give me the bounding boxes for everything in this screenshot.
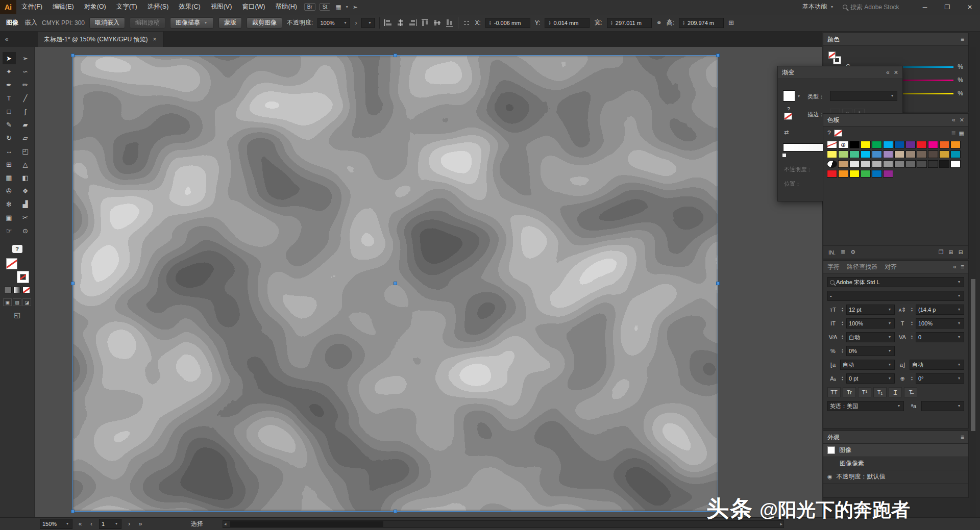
swatch[interactable] xyxy=(861,150,871,158)
stock-search[interactable] xyxy=(843,4,910,11)
swatch[interactable] xyxy=(849,170,860,178)
proportional-spacing-field[interactable]: 0% xyxy=(846,346,895,356)
tab-close-icon[interactable] xyxy=(153,36,157,43)
rotate-tool[interactable] xyxy=(3,132,16,144)
stepper[interactable] xyxy=(840,376,845,381)
character-rotation-field[interactable]: 0° xyxy=(916,373,964,384)
collapse-icon[interactable] xyxy=(886,69,890,76)
column-graph-tool[interactable] xyxy=(19,198,32,210)
leading-field[interactable]: (14.4 p xyxy=(916,305,964,315)
screen-mode-icon[interactable] xyxy=(14,311,20,319)
type-style-toggle[interactable]: Tr xyxy=(843,387,856,397)
swatch[interactable] xyxy=(849,160,860,168)
gradient-button[interactable] xyxy=(13,287,21,293)
swatch-options-icon[interactable] xyxy=(850,249,855,256)
swatch[interactable] xyxy=(849,150,860,158)
swatch[interactable] xyxy=(950,160,961,168)
previous-artboard-icon[interactable] xyxy=(88,520,95,527)
swatch[interactable] xyxy=(883,170,893,178)
swatch[interactable] xyxy=(827,160,837,168)
swatch[interactable] xyxy=(905,141,916,148)
width-field[interactable]: 297.011 m xyxy=(607,18,652,28)
swatch[interactable] xyxy=(861,141,871,148)
vertical-scrollbar[interactable] xyxy=(970,47,976,517)
color-button[interactable] xyxy=(4,287,12,293)
horizontal-scale-field[interactable]: 100% xyxy=(916,318,964,329)
collapse-toolbar-icon[interactable] xyxy=(5,36,9,43)
search-input[interactable] xyxy=(850,4,910,11)
align-left-icon[interactable] xyxy=(384,19,392,26)
workspace-switcher[interactable]: 基本功能 xyxy=(802,3,835,11)
fill-color-swatch[interactable] xyxy=(6,258,17,269)
stepper[interactable] xyxy=(547,20,552,26)
mask-button[interactable]: 蒙版 xyxy=(218,17,242,29)
baseline-shift-field[interactable]: 0 pt xyxy=(846,373,895,384)
eraser-tool[interactable] xyxy=(19,118,32,131)
stepper[interactable] xyxy=(910,321,914,326)
menu-edit[interactable]: 编辑(E) xyxy=(47,0,79,14)
none-swatch[interactable] xyxy=(834,130,842,137)
swatch[interactable] xyxy=(872,150,882,158)
swatch[interactable] xyxy=(939,150,949,158)
transform-panel-icon[interactable] xyxy=(728,19,734,27)
stepper[interactable] xyxy=(840,348,845,354)
panel-tab[interactable]: 字符 xyxy=(827,263,840,271)
menu-effect[interactable]: 效果(C) xyxy=(174,0,205,14)
selection-handle[interactable] xyxy=(394,510,397,513)
arrange-documents-caret-icon[interactable] xyxy=(345,5,350,9)
share-icon[interactable] xyxy=(353,4,358,11)
selection-handle[interactable] xyxy=(394,54,397,57)
collapse-icon[interactable] xyxy=(952,116,955,123)
mesh-tool[interactable] xyxy=(3,171,16,184)
stepper[interactable] xyxy=(840,335,845,340)
color-panel-header[interactable]: 颜色 xyxy=(823,33,968,46)
canvas[interactable] xyxy=(35,47,822,517)
new-swatch-icon[interactable] xyxy=(949,249,953,256)
list-view-icon[interactable] xyxy=(951,130,955,137)
link-dimensions-icon[interactable] xyxy=(656,19,662,27)
swatch[interactable] xyxy=(827,150,837,158)
swatch[interactable] xyxy=(939,141,949,148)
zoom-tool[interactable] xyxy=(19,224,32,237)
swatch[interactable] xyxy=(849,141,860,148)
close-icon[interactable] xyxy=(960,117,964,123)
document-tab[interactable]: 未标题-1* @ 150% (CMYK/GPU 预览) xyxy=(38,32,163,47)
swatch[interactable] xyxy=(883,150,893,158)
crop-image-button[interactable]: 裁剪图像 xyxy=(247,17,282,29)
type-style-toggle[interactable]: T̲ xyxy=(889,387,902,397)
menu-type[interactable]: 文字(T) xyxy=(111,0,142,14)
y-field[interactable]: 0.014 mm xyxy=(545,18,590,28)
last-artboard-icon[interactable] xyxy=(137,520,144,527)
selection-center-point[interactable] xyxy=(394,282,397,285)
close-icon[interactable] xyxy=(963,0,977,14)
stock-badge[interactable]: St xyxy=(320,3,330,11)
swatch[interactable] xyxy=(883,141,893,148)
selection-handle[interactable] xyxy=(71,510,75,513)
image-trace-button[interactable]: 图像描摹 xyxy=(170,17,214,29)
panel-menu-icon[interactable] xyxy=(961,434,964,441)
swatch[interactable] xyxy=(917,160,927,168)
menu-select[interactable]: 选择(S) xyxy=(142,0,174,14)
curvature-tool[interactable] xyxy=(19,79,32,91)
swatch[interactable] xyxy=(872,160,882,168)
zoom-level-dropdown[interactable]: 150% xyxy=(40,519,72,529)
gradient-type-dropdown[interactable] xyxy=(830,91,897,101)
selection-handle[interactable] xyxy=(716,54,720,57)
horizontal-scrollbar-thumb[interactable] xyxy=(230,521,383,527)
opacity-flyout-icon[interactable] xyxy=(355,19,357,27)
align-bottom-icon[interactable] xyxy=(446,19,453,27)
stepper[interactable] xyxy=(840,321,845,326)
swatch[interactable] xyxy=(872,141,882,148)
swatch[interactable] xyxy=(883,160,893,168)
stepper[interactable] xyxy=(840,307,845,312)
x-field[interactable]: -0.006 mm xyxy=(485,18,530,28)
tracking-field[interactable]: 0 xyxy=(916,332,964,342)
eyedropper-tool[interactable] xyxy=(3,185,16,197)
delete-swatch-icon[interactable] xyxy=(959,249,963,256)
swatch[interactable] xyxy=(894,150,904,158)
swatch[interactable] xyxy=(928,141,938,148)
swatch[interactable] xyxy=(950,141,961,148)
swatch[interactable] xyxy=(838,141,848,148)
type-tool[interactable] xyxy=(3,92,16,104)
pencil-tool[interactable] xyxy=(3,118,16,131)
